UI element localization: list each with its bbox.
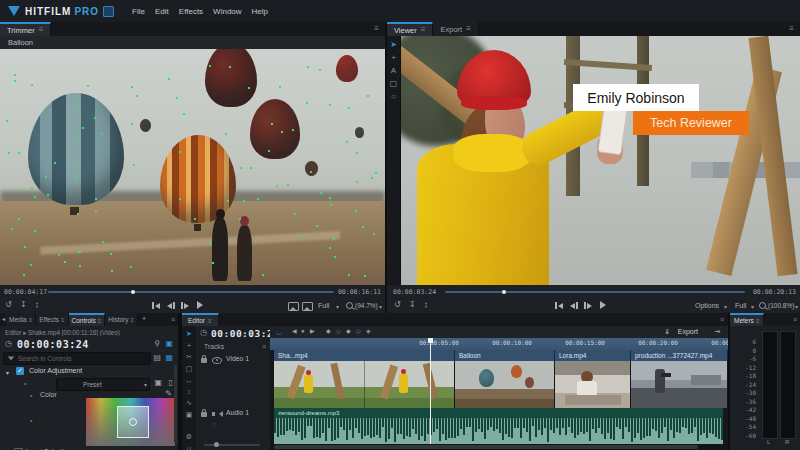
preset-keyframe-bullet[interactable]: • [24,380,26,387]
tracks-menu-icon[interactable]: ≡ [262,343,266,350]
color-keyframe-bullet[interactable]: • [30,392,32,399]
controls-search-field[interactable]: Search in Controls [3,352,151,365]
tab-media[interactable]: Media≡ [6,313,36,326]
select-tool-icon[interactable]: ➤ [387,40,400,49]
eyedropper-icon[interactable]: ✎ [165,390,172,398]
color-picker-selection-box[interactable] [117,406,149,438]
rate-stretch-tool-icon[interactable]: ∿ [182,399,196,407]
clip-audio-1[interactable]: zensound-dreams.mp3 [274,408,723,444]
menu-item-edit[interactable]: Edit [155,7,169,16]
viewer-zoom-caret-icon[interactable]: ▾ [795,303,798,310]
tab-scroll-left-icon[interactable]: ◂ [2,316,5,326]
viewer-step-back-button[interactable] [570,302,578,309]
light-tool-icon[interactable]: ○ [387,92,400,101]
insert-clip-icon[interactable]: ◇ [356,328,361,334]
timeline-h-scrollbar[interactable] [270,444,728,450]
timeline-export-button[interactable]: Export [678,328,698,335]
ripple-delete-icon[interactable]: ◆ [326,328,331,334]
menu-item-effects[interactable]: Effects [179,7,203,16]
video-track-label[interactable]: Video 1 [226,355,249,362]
color-picker-cursor[interactable] [129,418,137,426]
viewer-scale-caret-icon[interactable]: ▾ [751,303,754,310]
video-track-lock-icon[interactable] [201,358,207,363]
audio-track-lock-icon[interactable] [201,412,207,417]
go-to-start-button[interactable] [152,302,160,309]
hand-tool-icon[interactable]: + [387,53,400,62]
universal-track-icon[interactable]: ∪ [182,445,196,450]
tab-meters[interactable]: Meters ≡ [730,313,764,326]
play-button[interactable] [197,301,203,309]
mask-view-icon[interactable] [288,302,299,311]
trimmer-scale-caret-icon[interactable]: ▾ [336,303,339,310]
grid-view-icon[interactable]: ▦ [165,354,173,362]
audio-track-label[interactable]: Audio 1 [226,409,249,416]
tab-editor[interactable]: Editor ≡ [182,313,219,326]
timeline-settings-icon[interactable]: ⚙ [182,433,196,441]
controls-scrollbar[interactable] [174,365,177,443]
viewer-tab-menu-icon[interactable]: ≡ [421,26,426,34]
viewer-scale-mode[interactable]: Full [735,302,746,309]
slide-edit-icon[interactable]: ◆ [346,328,351,334]
slip-tool-icon[interactable]: ↕ [182,388,196,395]
viewer-set-in-point-icon[interactable]: ↨ [424,301,428,309]
overwrite-clip-icon[interactable]: ◈ [366,328,371,334]
trimmer-seek-bar[interactable] [48,291,334,293]
trimmer-scale-mode[interactable]: Full [318,302,329,309]
ripple-tool-icon[interactable]: ↔ [182,377,196,384]
export-tab-menu-icon[interactable]: ≡ [466,25,471,33]
track-zoom-slider-handle[interactable] [214,442,219,447]
viewer-zoom-level[interactable]: (100.8%) [768,302,794,309]
trimmer-zoom-level[interactable]: (94.7%) [355,302,378,309]
text-tool-icon[interactable]: A [387,66,400,75]
loop-playback-icon[interactable]: ↺ [5,301,12,309]
slice-tool-icon[interactable]: ✂ [182,353,196,361]
meters-panel-menu-icon[interactable]: ≡ [793,316,797,323]
viewer-go-to-start-button[interactable] [555,302,563,309]
next-keyframe-icon[interactable]: ▶ [310,328,315,334]
range-select-tool-icon[interactable]: ▢ [182,365,196,373]
timeline-playhead[interactable] [430,338,431,444]
step-forward-button[interactable] [181,302,189,309]
menu-item-window[interactable]: Window [213,7,241,16]
pin-properties-icon[interactable]: ⚲ [154,340,160,348]
save-preset-icon[interactable]: ▣ [154,379,162,387]
timeline-hand-tool-icon[interactable]: + [182,342,196,349]
timeline-h-scrollbar-thumb[interactable] [274,445,698,449]
track-zoom-slider[interactable] [204,444,260,446]
trimmer-zoom-caret-icon[interactable]: ▾ [379,303,382,310]
trimmer-playhead-handle[interactable] [131,290,135,294]
viewer-play-button[interactable] [600,301,606,309]
timeline-playhead-handle[interactable] [428,338,433,343]
snapping-icon[interactable]: ◡ [276,328,282,335]
trimmer-video-preview[interactable] [0,49,385,285]
video-track-visibility-icon[interactable] [212,357,222,364]
audio-mute-icon[interactable]: ◌ [212,421,216,428]
tab-viewer[interactable]: Viewer ≡ [387,22,433,36]
effect-enabled-checkbox[interactable]: ✓ [16,367,24,375]
clip-video-1[interactable]: Sha...mp4 [274,350,455,408]
tab-controls[interactable]: Controls≡ [69,313,106,326]
viewer-seek-bar[interactable] [445,291,745,293]
viewer-loop-playback-icon[interactable]: ↺ [394,301,401,309]
preset-dropdown[interactable]: Preset ▾ [56,378,150,391]
viewer-options-caret-icon[interactable]: ▾ [724,303,727,310]
tab-effects[interactable]: Effects≡ [36,313,68,326]
trimmer-panel-menu-icon[interactable]: ≡ [374,25,379,33]
effect-disclosure-icon[interactable]: ▾ [6,369,9,376]
viewer-video-preview[interactable]: Emily Robinson Tech Reviewer [401,36,800,285]
clip-video-4[interactable]: production ...3772427.mp4 [631,350,728,408]
add-keyframe-icon[interactable]: ● [301,328,305,334]
timeline-panel-menu-icon[interactable]: ≡ [720,316,724,323]
prev-keyframe-icon[interactable]: ◀ [292,328,297,334]
tab-trimmer[interactable]: Trimmer ≡ [0,22,51,36]
effect-name[interactable]: Color Adjustment [29,367,82,374]
viewer-step-forward-button[interactable] [584,302,592,309]
step-back-button[interactable] [167,302,175,309]
tab-export[interactable]: Export ≡ [433,22,478,36]
list-view-icon[interactable]: ▤ [153,354,161,362]
object-export-icon[interactable]: ▣ [182,411,196,419]
controls-timecode[interactable]: 00:00:03:24 [17,339,89,350]
trimmer-tab-menu-icon[interactable]: ≡ [39,26,44,34]
menu-item-file[interactable]: File [132,7,145,16]
roll-edit-icon[interactable]: ◇ [336,328,341,334]
